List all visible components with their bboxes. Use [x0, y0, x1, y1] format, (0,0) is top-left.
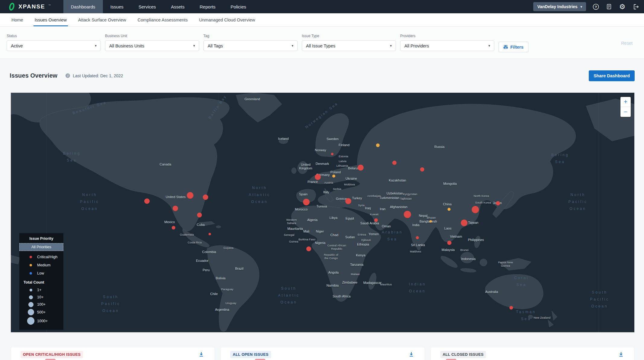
- map-marker-critical[interactable]: [447, 241, 451, 245]
- map-marker-critical[interactable]: [416, 236, 419, 239]
- nav-item-services[interactable]: Services: [131, 0, 164, 13]
- map-marker-critical[interactable]: [472, 206, 479, 213]
- account-menu-button[interactable]: VanDelay Industries ▾: [533, 2, 586, 11]
- legend-priority-medium[interactable]: Medium: [19, 261, 63, 269]
- legend-size-100: 100+: [19, 301, 63, 308]
- map-marker-critical[interactable]: [509, 306, 513, 310]
- medium-dot-icon: [27, 264, 34, 266]
- chevron-down-icon: ▾: [488, 44, 490, 48]
- tab-unmanaged-cloud-overview[interactable]: Unmanaged Cloud Overview: [199, 13, 255, 26]
- dashboard-tab-bar: HomeIssues OverviewAttack Surface Overvi…: [0, 13, 644, 27]
- count-bubble-icon: [27, 317, 34, 325]
- download-icon[interactable]: [617, 350, 625, 359]
- reset-filters-button[interactable]: Reset: [619, 40, 634, 46]
- map-marker-medium[interactable]: [376, 143, 380, 147]
- map-marker-critical[interactable]: [144, 198, 150, 204]
- map-marker-critical[interactable]: [306, 246, 311, 251]
- map-marker-critical[interactable]: [172, 226, 175, 230]
- map-marker-critical[interactable]: [303, 199, 310, 205]
- filters-button[interactable]: Filters: [499, 42, 528, 52]
- nav-item-assets[interactable]: Assets: [164, 0, 192, 13]
- zoom-in-button[interactable]: +: [620, 97, 631, 107]
- filter-bar: StatusActive▾Business UnitAll Business U…: [0, 27, 644, 59]
- map-marker-critical[interactable]: [358, 165, 364, 171]
- xpanse-app: XPANSE ™ DashboardsIssuesServicesAssetsR…: [0, 0, 644, 360]
- legend-size-rows: 1+10+100+500+1000+: [19, 286, 63, 326]
- filter-select-issue-type[interactable]: All Issue Types▾: [302, 40, 396, 51]
- download-icon[interactable]: [197, 350, 206, 359]
- legend-priority-rows: Critical/HighMediumLow: [19, 253, 63, 277]
- map-marker-medium[interactable]: [448, 208, 451, 211]
- map-marker-critical[interactable]: [203, 194, 208, 200]
- map-marker-critical[interactable]: [187, 192, 193, 199]
- map-marker-critical[interactable]: [197, 213, 202, 217]
- nav-item-reports[interactable]: Reports: [192, 0, 223, 13]
- zoom-out-button[interactable]: −: [620, 107, 631, 117]
- count-chip: [255, 359, 265, 360]
- legend-total-count-title: Total Count: [19, 280, 63, 284]
- nav-item-issues[interactable]: Issues: [103, 0, 131, 13]
- world-map[interactable]: CanadaUnited StatesMexicoCubaGuatemalaCo…: [11, 93, 634, 332]
- legend-size-500: 500+: [19, 308, 63, 316]
- xpanse-logo[interactable]: XPANSE ™: [8, 3, 51, 11]
- card-title-all-closed-issues: ALL CLOSED ISSUES: [440, 351, 486, 358]
- count-bubble-icon: [27, 309, 34, 315]
- xpanse-logo-icon: [8, 3, 16, 11]
- legend-size-1: 1+: [19, 286, 63, 294]
- chevron-down-icon: ▾: [95, 44, 97, 48]
- tab-issues-overview[interactable]: Issues Overview: [35, 13, 67, 26]
- settings-gear-icon[interactable]: ⚙: [619, 3, 626, 10]
- share-dashboard-button[interactable]: Share Dashboard: [589, 70, 635, 81]
- legend-all-priorities[interactable]: All Priorities: [19, 243, 63, 251]
- map-marker-critical[interactable]: [315, 174, 321, 180]
- map-marker-critical[interactable]: [461, 220, 467, 226]
- map-marker-critical[interactable]: [392, 161, 397, 165]
- chevron-down-icon: ▾: [580, 5, 582, 9]
- legend-priority-label: Medium: [37, 263, 50, 267]
- account-name: VanDelay Industries: [537, 4, 577, 9]
- map-marker-critical[interactable]: [345, 198, 351, 204]
- topbar-right: VanDelay Industries ▾ ? ⚙: [533, 2, 639, 11]
- nav-item-dashboards[interactable]: Dashboards: [63, 0, 103, 13]
- filter-label-issue-type: Issue Type: [302, 34, 396, 38]
- page-title: Issues Overview: [10, 72, 57, 79]
- legend-priority-critical-high[interactable]: Critical/High: [19, 253, 63, 261]
- map-marker-critical[interactable]: [496, 201, 500, 205]
- tab-home[interactable]: Home: [11, 13, 23, 26]
- filter-select-tag[interactable]: All Tags▾: [203, 40, 298, 51]
- map-marker-critical[interactable]: [404, 211, 411, 218]
- filter-select-providers[interactable]: All Providers▾: [400, 40, 494, 51]
- map-marker-medium[interactable]: [332, 175, 335, 178]
- filter-select-business-unit[interactable]: All Business Units▾: [105, 40, 199, 51]
- map-marker-medium[interactable]: [429, 220, 432, 223]
- top-bar: XPANSE ™ DashboardsIssuesServicesAssetsR…: [0, 0, 644, 13]
- nav-item-policies[interactable]: Policies: [223, 0, 254, 13]
- map-marker-critical[interactable]: [374, 218, 378, 222]
- count-bubble-icon: [27, 295, 34, 299]
- release-notes-icon[interactable]: [605, 3, 613, 10]
- help-icon[interactable]: ?: [592, 3, 599, 10]
- filter-label-tag: Tag: [203, 34, 298, 38]
- tab-attack-surface-overview[interactable]: Attack Surface Overview: [78, 13, 126, 26]
- map-marker-critical[interactable]: [209, 233, 211, 235]
- filter-label-status: Status: [7, 34, 101, 38]
- map-zoom-control: + −: [620, 97, 631, 117]
- legend-size-10: 10+: [19, 294, 63, 301]
- map-marker-critical[interactable]: [331, 153, 333, 155]
- filter-value-business-unit: All Business Units: [109, 43, 144, 48]
- legend-priority-low[interactable]: Low: [19, 269, 63, 277]
- count-bubble-icon: [27, 302, 34, 307]
- low-dot-icon: [27, 272, 34, 275]
- map-marker-critical[interactable]: [420, 167, 424, 172]
- map-marker-critical[interactable]: [173, 206, 178, 211]
- filter-label-providers: Providers: [400, 34, 494, 38]
- filter-select-status[interactable]: Active▾: [7, 40, 101, 51]
- legend-size-1000: 1000+: [19, 316, 63, 326]
- download-icon[interactable]: [407, 350, 416, 359]
- tab-compliance-assessments[interactable]: Compliance Assessments: [138, 13, 188, 26]
- legend-size-label: 1000+: [37, 319, 48, 323]
- map-landmass: [11, 93, 634, 332]
- card-open-critical-high-issues: OPEN CRITICAL/HIGH ISSUES: [11, 347, 215, 360]
- logout-icon[interactable]: [632, 3, 639, 10]
- legend-priority-label: Critical/High: [37, 255, 57, 259]
